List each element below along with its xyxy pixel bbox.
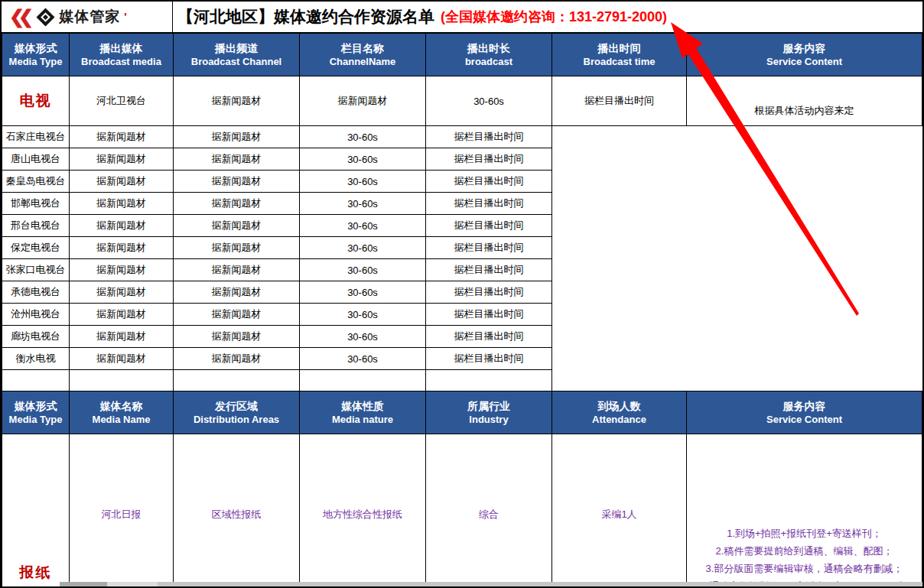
cell-time: 据栏目播出时间: [426, 304, 552, 326]
column-header-en: Service Content: [687, 414, 922, 427]
column-header-en: Media Type: [2, 56, 69, 69]
cell-time: 据栏目播出时间: [426, 348, 552, 370]
page-title: 【河北地区】媒体邀约合作资源名单: [177, 6, 434, 28]
column-header-zh: 发行区域: [174, 398, 299, 414]
cell-media: 河北卫视台: [70, 76, 174, 126]
cell-program: 据新闻题材: [174, 326, 300, 348]
cell-program: 据新闻题材: [174, 237, 300, 259]
column-header: 栏目名称 ChannelName: [300, 34, 426, 76]
cell-program: 据新闻题材: [300, 76, 426, 126]
column-header-en: Attendance: [552, 414, 686, 427]
brand-tick-mark: ': [124, 11, 126, 23]
cell-time: 据栏目播出时间: [426, 148, 552, 171]
column-header-en: Distribution Areas: [174, 414, 299, 427]
table-row: 承德电视台 据新闻题材 据新闻题材 30-60s 据栏目播出时间: [2, 281, 922, 304]
cell-channel: 据新闻题材: [70, 304, 174, 326]
diamond-logo-icon: [37, 8, 55, 26]
cell-program: 据新闻题材: [174, 193, 300, 215]
cell-program: 据新闻题材: [174, 259, 300, 281]
tv-service-content: 根据具体活动内容来定: [687, 104, 922, 118]
double-chevron-icon: ❮❮: [9, 8, 34, 26]
table-row: 保定电视台 据新闻题材 据新闻题材 30-60s 据栏目播出时间: [2, 237, 922, 259]
column-header-en: Media Type: [2, 414, 69, 427]
cell-duration: 30-60s: [426, 76, 552, 126]
section-label-paper: 报纸: [20, 564, 52, 580]
cell-industry: 综合: [426, 434, 552, 588]
column-header: 发行区域 Distribution Areas: [174, 391, 300, 434]
cell-channel: 据新闻题材: [70, 171, 174, 193]
cell-duration: 30-60s: [300, 326, 426, 348]
cell-channel: 据新闻题材: [70, 326, 174, 348]
column-header-zh: 服务内容: [687, 41, 922, 56]
spreadsheet-screenshot: ❮❮ 媒体管家 ' 【河北地区】媒体邀约合作资源名单 (全国媒体邀约咨询：131…: [0, 0, 924, 588]
tv-header-row: 媒体形式 Media Type 播出媒体 Broadcast media 播出频…: [2, 34, 922, 76]
column-header-zh: 播出时间: [552, 41, 686, 56]
tv-body-first: 电视 河北卫视台 据新闻题材 据新闻题材 30-60s 据栏目播出时间 根据具体…: [2, 76, 922, 126]
cell-channel: 据新闻题材: [70, 259, 174, 281]
column-header: 播出时长 broadcast: [426, 34, 552, 76]
column-header: 媒体形式 Media Type: [2, 391, 70, 434]
cell-media: 保定电视台: [2, 237, 70, 259]
cell-nature: 地方性综合性报纸: [300, 434, 426, 588]
column-header-zh: 播出时长: [426, 41, 551, 56]
service-line: 3.部分版面需要编辑审核，通稿会略有删减；: [687, 560, 922, 577]
column-header: 播出时间 Broadcast time: [552, 34, 687, 76]
column-header: 到场人数 Attendance: [552, 391, 687, 434]
cell-program: 据新闻题材: [174, 304, 300, 326]
brand-logo: ❮❮ 媒体管家 ': [2, 2, 173, 32]
media-resource-table: 媒体形式 Media Type 播出媒体 Broadcast media 播出频…: [2, 33, 922, 588]
cell-duration: 30-60s: [300, 281, 426, 304]
cell-attendance: 采编1人: [552, 434, 687, 588]
title-bar: ❮❮ 媒体管家 ' 【河北地区】媒体邀约合作资源名单 (全国媒体邀约咨询：131…: [2, 2, 922, 33]
empty-cell: [174, 370, 300, 391]
cell-duration: 30-60s: [300, 193, 426, 215]
cell-duration: 30-60s: [300, 304, 426, 326]
paper-body-first: 报纸 河北日报 区域性报纸 地方性综合性报纸 综合 采编1人 1.到场+拍照+报…: [2, 434, 922, 588]
cell-media: 衡水电视: [2, 348, 70, 370]
paper-header: 媒体形式 Media Type 媒体名称 Media Name 发行区域 Dis…: [2, 391, 922, 434]
column-header-zh: 播出媒体: [70, 41, 173, 56]
tv-empty-row: [2, 370, 922, 391]
table-row: 邢台电视台 据新闻题材 据新闻题材 30-60s 据栏目播出时间: [2, 215, 922, 237]
cell-duration: 30-60s: [300, 126, 426, 148]
paper-header-row: 媒体形式 Media Type 媒体名称 Media Name 发行区域 Dis…: [2, 391, 922, 434]
column-header: 服务内容 Service Content: [687, 34, 922, 76]
table-row: 邯郸电视台 据新闻题材 据新闻题材 30-60s 据栏目播出时间: [2, 193, 922, 215]
cell-media: 唐山电视台: [2, 148, 70, 171]
cell-name: 河北日报: [70, 434, 174, 588]
hotline-number: (全国媒体邀约咨询：131-2791-2000): [441, 8, 667, 26]
cell-media: 邯郸电视台: [2, 193, 70, 215]
cell-time: 据栏目播出时间: [426, 126, 552, 148]
column-header: 媒体性质 Media nature: [300, 391, 426, 434]
cell-channel: 据新闻题材: [70, 237, 174, 259]
cell-program: 据新闻题材: [174, 171, 300, 193]
cell-duration: 30-60s: [300, 348, 426, 370]
cell-duration: 30-60s: [300, 215, 426, 237]
cell-media: 张家口电视台: [2, 259, 70, 281]
column-header-en: Broadcast media: [70, 56, 173, 69]
column-header-en: Broadcast Channel: [174, 56, 299, 69]
empty-cell: [2, 370, 70, 391]
column-header-zh: 栏目名称: [300, 41, 425, 56]
cell-media: 沧州电视台: [2, 304, 70, 326]
brand-name: 媒体管家: [59, 7, 120, 27]
cell-time: 据栏目播出时间: [426, 193, 552, 215]
section-label-tv: 电视: [20, 93, 52, 109]
column-header-en: broadcast: [426, 56, 551, 69]
cell-channel: 据新闻题材: [70, 126, 174, 148]
table-row: 秦皇岛电视台 据新闻题材 据新闻题材 30-60s 据栏目播出时间: [2, 171, 922, 193]
column-header-zh: 媒体性质: [300, 398, 425, 414]
tv-service-content-cell: 根据具体活动内容来定: [687, 76, 922, 126]
section-label-paper-cell: 报纸: [2, 434, 70, 588]
column-header-zh: 媒体形式: [2, 41, 69, 56]
cell-program: 据新闻题材: [174, 148, 300, 171]
empty-cell: [426, 370, 552, 391]
column-header-zh: 服务内容: [687, 398, 922, 414]
cell-program: 据新闻题材: [174, 126, 300, 148]
column-header-zh: 播出频道: [174, 41, 299, 56]
cell-program: 据新闻题材: [174, 215, 300, 237]
cell-duration: 30-60s: [300, 148, 426, 171]
column-header-zh: 媒体名称: [70, 398, 173, 414]
cell-duration: 30-60s: [300, 237, 426, 259]
table-row: 沧州电视台 据新闻题材 据新闻题材 30-60s 据栏目播出时间: [2, 304, 922, 326]
